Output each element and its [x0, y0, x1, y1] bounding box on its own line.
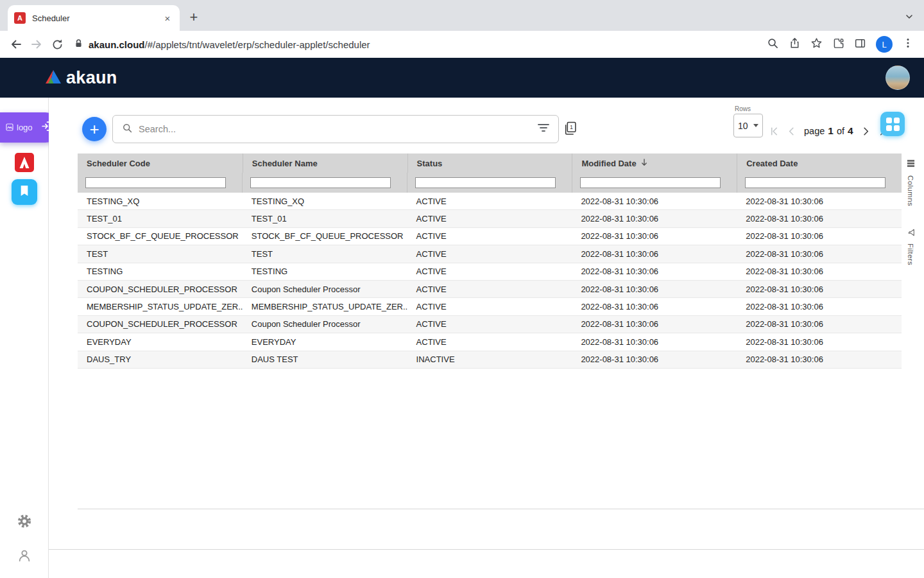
extensions-puzzle-icon[interactable] [832, 37, 844, 52]
table-row[interactable]: MEMBERSHIP_STATUS_UPDATE_ZER... MEMBERSH… [78, 298, 902, 315]
toolbar: + 1 Rows 10 [49, 98, 924, 153]
cell-scheduler-code: TESTING_XQ [78, 193, 243, 209]
col-header-created-date[interactable]: Created Date [737, 153, 902, 173]
filter-input-scheduler-name[interactable] [250, 177, 391, 188]
cell-scheduler-code: EVERYDAY [78, 333, 243, 350]
pages-copy-icon[interactable]: 1 [563, 121, 577, 137]
browser-tab-strip: A Scheduler × + [0, 0, 924, 31]
pagination: page 1 of 4 [766, 123, 891, 139]
table-row[interactable]: TEST_01 TEST_01 ACTIVE 2022-08-31 10:30:… [78, 210, 902, 227]
reload-icon[interactable] [47, 35, 67, 54]
tab-close-icon[interactable]: × [162, 12, 173, 24]
columns-icon [907, 159, 915, 170]
columns-tab-label: Columns [907, 175, 914, 206]
url-path: /#/applets/tnt/wavelet/erp/scheduler-app… [145, 39, 370, 50]
first-page-icon[interactable] [766, 123, 782, 139]
scheduler-table: Scheduler Code Scheduler Name Status Mod… [78, 153, 918, 369]
next-page-icon[interactable] [859, 123, 874, 139]
pdf-applet-icon[interactable] [15, 153, 34, 175]
col-header-modified-date[interactable]: Modified Date [572, 153, 737, 173]
cell-scheduler-code: TEST [78, 245, 243, 262]
table-row[interactable]: COUPON_SCHEDULER_PROCESSOR Coupon Schedu… [78, 316, 902, 333]
back-icon[interactable] [6, 35, 26, 54]
brand-triangle-icon [45, 69, 62, 87]
grid-view-button[interactable] [880, 112, 905, 136]
chrome-profile-avatar[interactable]: L [876, 36, 893, 53]
rows-select[interactable]: 10 [733, 114, 763, 137]
col-label: Scheduler Name [252, 159, 318, 168]
cell-status: ACTIVE [407, 210, 572, 227]
cell-created-date: 2022-08-31 10:30:06 [737, 333, 902, 350]
cell-status: ACTIVE [407, 316, 572, 333]
cell-status: ACTIVE [407, 263, 572, 280]
search-tabs-icon[interactable] [767, 37, 779, 52]
footer-divider [49, 549, 924, 550]
filter-list-icon[interactable] [538, 123, 549, 135]
lock-icon [74, 39, 83, 51]
brand-logo[interactable]: akaun [45, 68, 117, 88]
app-header: akaun [0, 58, 924, 98]
new-tab-button[interactable]: + [184, 7, 204, 28]
col-header-status[interactable]: Status [407, 153, 572, 173]
select-caret-icon [753, 124, 758, 127]
tab-title: Scheduler [32, 13, 155, 23]
cell-created-date: 2022-08-31 10:30:06 [737, 210, 902, 227]
table-row[interactable]: DAUS_TRY DAUS TEST INACTIVE 2022-08-31 1… [78, 351, 902, 369]
table-row[interactable]: TESTING TESTING ACTIVE 2022-08-31 10:30:… [78, 263, 902, 281]
table-header-row: Scheduler Code Scheduler Name Status Mod… [78, 153, 902, 173]
grid-side-panel: Columns Filters [903, 153, 918, 265]
cell-scheduler-name: TESTING [243, 263, 407, 280]
cell-modified-date: 2022-08-31 10:30:06 [572, 210, 737, 227]
grid-apps-icon [886, 118, 900, 131]
filter-input-status[interactable] [415, 177, 556, 188]
add-scheduler-button[interactable]: + [82, 117, 107, 141]
left-sidebar: logo [0, 98, 49, 578]
table-filter-row [78, 173, 902, 193]
table-row[interactable]: TESTING_XQ TESTING_XQ ACTIVE 2022-08-31 … [78, 193, 902, 210]
bookmark-applet-button[interactable] [12, 179, 37, 205]
browser-menu-dots-icon[interactable] [902, 37, 914, 51]
account-person-icon[interactable] [17, 548, 31, 565]
cell-created-date: 2022-08-31 10:30:06 [737, 263, 902, 280]
filter-input-modified-date[interactable] [580, 177, 721, 188]
tab-list-chevron-icon[interactable] [905, 12, 914, 24]
table-row[interactable]: COUPON_SCHEDULER_PROCESSOR Coupon Schedu… [78, 281, 902, 298]
cell-modified-date: 2022-08-31 10:30:06 [572, 263, 737, 280]
page-total: 4 [848, 125, 853, 137]
cell-scheduler-code: TEST_01 [78, 210, 243, 227]
cell-status: INACTIVE [407, 351, 572, 368]
columns-panel-tab[interactable]: Columns [907, 159, 915, 206]
address-bar: akaun.cloud/#/applets/tnt/wavelet/erp/sc… [0, 31, 924, 58]
forward-icon[interactable] [27, 35, 46, 54]
col-header-scheduler-name[interactable]: Scheduler Name [243, 153, 407, 173]
cell-status: ACTIVE [407, 193, 572, 209]
sort-desc-icon[interactable] [640, 158, 648, 169]
brand-name: akaun [66, 68, 117, 88]
table-row[interactable]: STOCK_BF_CF_QUEUE_PROCESSOR STOCK_BF_CF_… [78, 228, 902, 245]
filter-input-created-date[interactable] [745, 177, 886, 188]
profile-avatar[interactable] [886, 66, 910, 90]
filter-input-scheduler-code[interactable] [85, 177, 226, 188]
cell-scheduler-name: TEST_01 [243, 210, 407, 227]
cell-scheduler-code: COUPON_SCHEDULER_PROCESSOR [78, 281, 243, 297]
table-row[interactable]: EVERYDAY EVERYDAY ACTIVE 2022-08-31 10:3… [78, 333, 902, 351]
page-indicator: page 1 of 4 [801, 125, 857, 137]
omnibox[interactable]: akaun.cloud/#/applets/tnt/wavelet/erp/sc… [68, 39, 758, 51]
settings-gear-icon[interactable] [17, 514, 31, 531]
cell-modified-date: 2022-08-31 10:30:06 [572, 351, 737, 368]
cell-scheduler-code: STOCK_BF_CF_QUEUE_PROCESSOR [78, 228, 243, 245]
share-icon[interactable] [789, 37, 801, 52]
cell-status: ACTIVE [407, 228, 572, 245]
search-input[interactable] [139, 124, 532, 134]
prev-page-icon[interactable] [783, 123, 799, 139]
filter-funnel-icon [905, 229, 916, 236]
cell-scheduler-code: MEMBERSHIP_STATUS_UPDATE_ZER... [78, 298, 243, 315]
side-panel-icon[interactable] [854, 37, 866, 52]
cell-scheduler-name: MEMBERSHIP_STATUS_UPDATE_ZER... [243, 298, 407, 315]
col-header-scheduler-code[interactable]: Scheduler Code [78, 153, 243, 173]
table-row[interactable]: TEST TEST ACTIVE 2022-08-31 10:30:06 202… [78, 245, 902, 263]
browser-tab[interactable]: A Scheduler × [8, 5, 180, 31]
bookmark-star-icon[interactable] [810, 37, 823, 52]
search-box [112, 115, 559, 143]
filters-panel-tab[interactable]: Filters [907, 227, 914, 265]
